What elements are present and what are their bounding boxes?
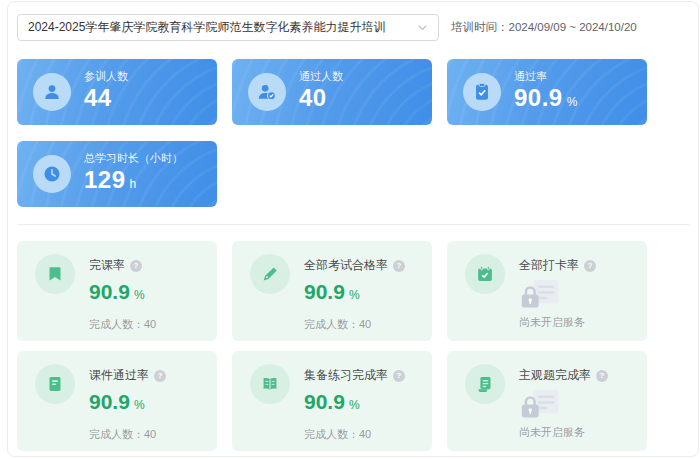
metric-title: 全部考试合格率 (304, 257, 388, 274)
metric-sub: 完成人数：40 (304, 427, 405, 442)
open-book-icon (250, 364, 290, 404)
user-icon (33, 73, 71, 111)
summary-card-label: 总学习时长（小时） (84, 151, 183, 166)
lock-icon (519, 279, 596, 309)
locked-text: 尚未开启服务 (519, 425, 608, 440)
summary-card-value: 40 (299, 85, 343, 115)
metric-value: 90.9% (89, 280, 156, 307)
training-period-value: 2024/09/09 ~ 2024/10/20 (509, 21, 637, 33)
course-select[interactable]: 2024-2025学年肇庆学院教育科学院师范生数字化素养能力提升培训 (17, 14, 439, 41)
help-icon[interactable]: ? (393, 260, 405, 272)
metric-title: 课件通过率 (89, 367, 149, 384)
metric-value: 90.9% (89, 390, 166, 417)
bookmark-icon (35, 254, 75, 294)
summary-card-label: 通过人数 (299, 69, 343, 84)
metric-cards: 完课率 ? 90.9% 完成人数：40 全部考试合格率 ? 90.9% 完成人数… (17, 241, 698, 451)
summary-card-label: 参训人数 (84, 69, 128, 84)
chevron-down-icon (417, 22, 428, 33)
metric-card-exam-pass: 全部考试合格率 ? 90.9% 完成人数：40 (232, 241, 432, 341)
dashboard-panel: 2024-2025学年肇庆学院教育科学院师范生数字化素养能力提升培训 培训时间：… (7, 1, 699, 457)
metric-sub: 完成人数：40 (89, 317, 156, 332)
summary-card-passed: 通过人数 40 (232, 59, 432, 125)
metric-card-course-completion: 完课率 ? 90.9% 完成人数：40 (17, 241, 217, 341)
metric-card-courseware-pass: 课件通过率 ? 90.9% 完成人数：40 (17, 351, 217, 451)
metric-title: 全部打卡率 (519, 257, 579, 274)
summary-card-total-hours: 总学习时长（小时） 129h (17, 141, 217, 207)
courseware-icon (35, 364, 75, 404)
metric-card-subjective-completion: 主观题完成率 ? 尚未开启服务 (447, 351, 647, 451)
clock-icon (33, 155, 71, 193)
clipboard-check-icon (463, 73, 501, 111)
metric-sub: 完成人数：40 (89, 427, 166, 442)
locked-text: 尚未开启服务 (519, 315, 596, 330)
section-divider (17, 224, 690, 225)
summary-card-participants: 参训人数 44 (17, 59, 217, 125)
pen-icon (250, 254, 290, 294)
help-icon[interactable]: ? (154, 370, 166, 382)
training-period-label: 培训时间： (451, 21, 509, 33)
summary-cards: 参训人数 44 通过人数 40 通过率 90.9% (17, 59, 698, 207)
course-select-value: 2024-2025学年肇庆学院教育科学院师范生数字化素养能力提升培训 (28, 19, 411, 36)
help-icon[interactable]: ? (130, 260, 142, 272)
scroll-icon (465, 364, 505, 404)
summary-card-pass-rate: 通过率 90.9% (447, 59, 647, 125)
calendar-check-icon (465, 254, 505, 294)
summary-card-value: 44 (84, 85, 128, 115)
metric-value: 90.9% (304, 280, 405, 307)
summary-card-label: 通过率 (514, 69, 578, 84)
metric-title: 主观题完成率 (519, 367, 591, 384)
metric-value: 90.9% (304, 390, 405, 417)
metric-card-practice-completion: 集备练习完成率 ? 90.9% 完成人数：40 (232, 351, 432, 451)
metric-title: 集备练习完成率 (304, 367, 388, 384)
help-icon[interactable]: ? (596, 370, 608, 382)
training-period: 培训时间：2024/09/09 ~ 2024/10/20 (451, 20, 637, 35)
summary-card-value: 129h (84, 167, 183, 197)
summary-card-value: 90.9% (514, 85, 578, 115)
metric-sub: 完成人数：40 (304, 317, 405, 332)
user-check-icon (248, 73, 286, 111)
header: 2024-2025学年肇庆学院教育科学院师范生数字化素养能力提升培训 培训时间：… (17, 14, 698, 41)
lock-icon (519, 389, 608, 419)
metric-card-checkin-rate: 全部打卡率 ? 尚未开启服务 (447, 241, 647, 341)
help-icon[interactable]: ? (393, 370, 405, 382)
help-icon[interactable]: ? (584, 260, 596, 272)
metric-title: 完课率 (89, 257, 125, 274)
